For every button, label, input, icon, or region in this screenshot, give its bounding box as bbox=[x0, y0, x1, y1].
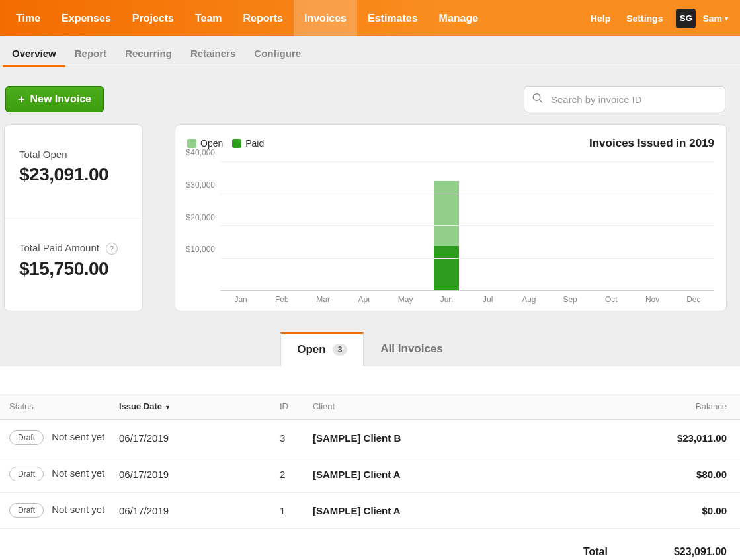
invoices-table-main: Status Issue Date ▾ ID Client Balance Dr… bbox=[0, 393, 740, 529]
invoice-tabs: Open 3 All Invoices bbox=[0, 331, 740, 366]
y-tick-label: $30,000 bbox=[186, 180, 215, 190]
cell-client: [SAMPLE] Client A bbox=[306, 456, 563, 493]
total-value: $23,091.00 bbox=[674, 546, 727, 558]
month-col bbox=[468, 162, 509, 290]
status-text: Not sent yet bbox=[52, 504, 104, 515]
cell-id: 1 bbox=[273, 493, 306, 529]
x-tick-label: Jun bbox=[426, 295, 467, 304]
table-row[interactable]: Draft Not sent yet06/17/20191[SAMPLE] Cl… bbox=[0, 493, 740, 529]
user-name: Sam bbox=[702, 13, 722, 24]
summary-paid: Total Paid Amount ? $15,750.00 bbox=[5, 218, 142, 311]
month-col bbox=[509, 162, 550, 290]
month-col bbox=[344, 162, 385, 290]
chart-legend: Open Paid bbox=[187, 138, 264, 149]
summary-paid-label: Total Paid Amount bbox=[19, 242, 99, 253]
th-balance[interactable]: Balance bbox=[563, 393, 740, 420]
chevron-down-icon: ▾ bbox=[725, 15, 728, 22]
page-toolbar: + New Invoice bbox=[0, 67, 740, 124]
bar-segment-paid bbox=[434, 246, 459, 290]
tab-all-invoices[interactable]: All Invoices bbox=[364, 332, 459, 366]
summary-card: Total Open $23,091.00 Total Paid Amount … bbox=[4, 124, 143, 311]
tab-configure[interactable]: Configure bbox=[245, 40, 310, 67]
x-tick-label: Jan bbox=[220, 295, 261, 304]
search-box bbox=[524, 86, 725, 112]
summary-paid-value: $15,750.00 bbox=[19, 259, 128, 280]
cell-client: [SAMPLE] Client B bbox=[306, 420, 563, 456]
search-input[interactable] bbox=[524, 86, 725, 112]
chart-plot bbox=[220, 162, 714, 291]
cell-balance: $80.00 bbox=[563, 456, 740, 493]
nav-help[interactable]: Help bbox=[583, 13, 618, 24]
x-tick-label: Apr bbox=[344, 295, 385, 304]
x-tick-label: Jul bbox=[468, 295, 509, 304]
cell-id: 2 bbox=[273, 456, 306, 493]
x-tick-label: Nov bbox=[632, 295, 673, 304]
x-tick-label: Mar bbox=[303, 295, 344, 304]
tab-retainers[interactable]: Retainers bbox=[181, 40, 245, 67]
month-col bbox=[385, 162, 426, 290]
legend-open: Open bbox=[187, 138, 223, 149]
status-pill: Draft bbox=[9, 503, 44, 518]
month-col bbox=[673, 162, 714, 290]
nav-settings[interactable]: Settings bbox=[618, 13, 671, 24]
summary-open-label: Total Open bbox=[19, 149, 128, 160]
tab-overview[interactable]: Overview bbox=[3, 40, 65, 67]
nav-time[interactable]: Time bbox=[5, 0, 51, 36]
legend-swatch-open bbox=[187, 139, 196, 148]
table-row[interactable]: Draft Not sent yet06/17/20192[SAMPLE] Cl… bbox=[0, 456, 740, 493]
nav-projects[interactable]: Projects bbox=[122, 0, 185, 36]
summary-open: Total Open $23,091.00 bbox=[5, 125, 142, 218]
nav-invoices[interactable]: Invoices bbox=[294, 0, 357, 36]
search-icon bbox=[532, 93, 544, 106]
status-pill: Draft bbox=[9, 467, 44, 481]
x-tick-label: Oct bbox=[591, 295, 632, 304]
x-tick-label: Dec bbox=[673, 295, 714, 304]
new-invoice-button[interactable]: + New Invoice bbox=[5, 86, 104, 112]
month-col bbox=[591, 162, 632, 290]
cell-date: 06/17/2019 bbox=[112, 493, 273, 529]
bar-segment-open bbox=[434, 181, 459, 246]
status-text: Not sent yet bbox=[52, 431, 104, 442]
help-icon[interactable]: ? bbox=[106, 243, 118, 255]
cell-client: [SAMPLE] Client A bbox=[306, 493, 563, 529]
nav-manage[interactable]: Manage bbox=[429, 0, 489, 36]
month-col bbox=[220, 162, 261, 290]
y-tick-label: $20,000 bbox=[186, 213, 215, 222]
legend-swatch-paid bbox=[232, 139, 241, 148]
chart-card: Open Paid Invoices Issued in 2019 $10,00… bbox=[175, 124, 727, 311]
th-client[interactable]: Client bbox=[306, 393, 563, 420]
x-tick-label: Feb bbox=[261, 295, 302, 304]
nav-expenses[interactable]: Expenses bbox=[51, 0, 122, 36]
chart-body: $10,000$20,000$30,000$40,000 bbox=[187, 162, 714, 291]
avatar[interactable]: SG bbox=[676, 9, 696, 28]
month-col bbox=[303, 162, 344, 290]
invoices-table-wrap: Status Issue Date ▾ ID Client Balance Dr… bbox=[0, 366, 740, 560]
cell-balance: $23,011.00 bbox=[563, 420, 740, 456]
th-status[interactable]: Status bbox=[0, 393, 112, 420]
cell-date: 06/17/2019 bbox=[112, 456, 273, 493]
status-pill: Draft bbox=[9, 430, 44, 445]
th-id[interactable]: ID bbox=[273, 393, 306, 420]
nav-team[interactable]: Team bbox=[185, 0, 233, 36]
cell-balance: $0.00 bbox=[563, 493, 740, 529]
tab-report[interactable]: Report bbox=[65, 40, 116, 67]
th-issue-date[interactable]: Issue Date ▾ bbox=[112, 393, 273, 420]
svg-point-0 bbox=[533, 94, 540, 101]
new-invoice-label: New Invoice bbox=[30, 93, 91, 105]
tab-recurring[interactable]: Recurring bbox=[116, 40, 181, 67]
month-col bbox=[261, 162, 302, 290]
sort-desc-icon: ▾ bbox=[166, 403, 169, 411]
nav-estimates[interactable]: Estimates bbox=[357, 0, 429, 36]
month-col bbox=[426, 162, 467, 290]
sub-nav: Overview Report Recurring Retainers Conf… bbox=[0, 36, 740, 67]
x-tick-label: Sep bbox=[550, 295, 591, 304]
nav-reports[interactable]: Reports bbox=[233, 0, 294, 36]
x-tick-label: May bbox=[385, 295, 426, 304]
y-tick-label: $10,000 bbox=[186, 245, 215, 254]
table-row[interactable]: Draft Not sent yet06/17/20193[SAMPLE] Cl… bbox=[0, 420, 740, 456]
tab-open-invoices[interactable]: Open 3 bbox=[280, 332, 364, 366]
cell-id: 3 bbox=[273, 420, 306, 456]
user-menu[interactable]: Sam ▾ bbox=[696, 13, 735, 24]
status-text: Not sent yet bbox=[52, 467, 104, 479]
y-tick-label: $40,000 bbox=[186, 148, 215, 157]
